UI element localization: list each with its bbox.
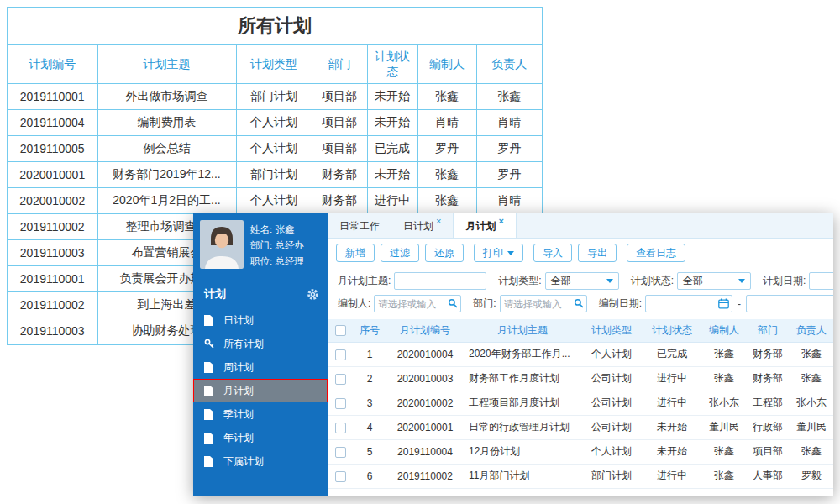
print-button[interactable]: 打印 xyxy=(474,244,523,262)
cell-owner-link[interactable]: 张鑫 xyxy=(790,366,833,391)
table-row[interactable]: 2019110005 例会总结 个人计划 项目部 已完成 罗丹 罗丹 xyxy=(8,135,542,161)
table-row[interactable]: 2 2020010003 财务部工作月度计划 公司计划 进行中 张鑫 财务部 张… xyxy=(328,366,833,391)
row-checkbox[interactable] xyxy=(335,471,346,482)
tab-close-icon[interactable]: × xyxy=(498,216,503,226)
sidebar-section-plan: 计划 xyxy=(193,283,328,305)
cell-no: 4 xyxy=(353,415,386,439)
cell-type: 公司计划 xyxy=(581,366,642,391)
table-row[interactable]: 2019110001 外出做市场调查 部门计划 项目部 未开始 张鑫 张鑫 xyxy=(8,83,542,109)
cell-creator-link[interactable]: 董川民 xyxy=(702,415,746,439)
cell-subject-link[interactable]: 财务部工作月度计划 xyxy=(464,366,581,391)
tab-label: 日计划 xyxy=(403,220,433,232)
table-row[interactable]: 6 2019110002 11月部门计划 部门计划 进行中 张鑫 人事部 罗毅 xyxy=(328,464,833,488)
view-log-button[interactable]: 查看日志 xyxy=(627,244,685,262)
cell-subject-link[interactable]: 11月部门计划 xyxy=(464,464,581,488)
row-checkbox[interactable] xyxy=(335,374,346,385)
row-checkbox[interactable] xyxy=(335,447,346,458)
cell-owner: 罗丹 xyxy=(476,135,542,161)
tab-daily-work[interactable]: 日常工作 xyxy=(328,213,391,238)
sidebar-item-all-plans[interactable]: 所有计划 xyxy=(193,332,328,355)
filter-button[interactable]: 过滤 xyxy=(381,244,419,262)
search-icon[interactable] xyxy=(448,298,458,308)
cell-dept: 财务部 xyxy=(312,187,367,213)
cell-no: 2 xyxy=(353,366,386,391)
row-checkbox[interactable] xyxy=(335,398,346,409)
cell-plan-id-link[interactable]: 2019110002 xyxy=(386,464,464,488)
row-checkbox[interactable] xyxy=(335,423,346,433)
cell-plan-id: 2020010001 xyxy=(8,161,97,187)
sidebar-item-label: 月计划 xyxy=(223,384,254,398)
cell-plan-id-link[interactable]: 2020010002 xyxy=(386,391,464,415)
tab-monthly-plan[interactable]: 月计划× xyxy=(453,213,516,238)
calendar-icon[interactable] xyxy=(718,298,729,309)
table-row[interactable]: 4 2020010001 日常的行政管理月计划 公司计划 未开始 董川民 行政部… xyxy=(328,415,833,439)
page-title: 所有计划 xyxy=(8,8,542,45)
cell-dept: 项目部 xyxy=(312,83,367,109)
cell-plan-id-link[interactable]: 2019110004 xyxy=(386,439,464,464)
cell-owner-link[interactable]: 张鑫 xyxy=(790,439,833,464)
sidebar-item-label: 周计划 xyxy=(223,360,254,375)
cell-type: 个人计划 xyxy=(236,187,312,213)
sidebar-item-monthly-plan[interactable]: 月计划 xyxy=(193,379,328,402)
cell-subject: 外出做市场调查 xyxy=(97,83,236,109)
cell-plan-id-link[interactable]: 2020010001 xyxy=(386,415,464,439)
cell-owner-link[interactable]: 张鑫 xyxy=(790,342,833,366)
select-all-checkbox[interactable] xyxy=(335,325,346,336)
cell-dept: 财务部 xyxy=(746,366,790,391)
cell-subject-link[interactable]: 日常的行政管理月计划 xyxy=(464,415,581,439)
col-dept: 部门 xyxy=(312,45,367,83)
profile-photo xyxy=(200,220,244,269)
cell-creator-link[interactable]: 张鑫 xyxy=(702,464,746,488)
cell-subject-link[interactable]: 12月份计划 xyxy=(464,439,581,464)
sidebar-item-daily-plan[interactable]: 日计划 xyxy=(193,308,328,332)
sidebar-item-label: 季计划 xyxy=(223,407,254,422)
plan-type-value: 全部 xyxy=(551,274,571,288)
cell-creator-link[interactable]: 张鑫 xyxy=(702,366,746,391)
add-button[interactable]: 新增 xyxy=(336,244,375,262)
profile-position: 职位: 总经理 xyxy=(250,254,304,270)
cell-owner: 罗丹 xyxy=(476,161,542,187)
plan-status-select[interactable]: 全部 xyxy=(677,272,751,290)
sidebar-item-quarterly-plan[interactable]: 季计划 xyxy=(193,402,328,426)
plan-date-input[interactable] xyxy=(809,272,833,290)
row-checkbox[interactable] xyxy=(335,349,346,360)
chevron-down-icon xyxy=(507,251,514,255)
cell-owner-link[interactable]: 董川民 xyxy=(790,415,833,439)
tab-daily-plan[interactable]: 日计划× xyxy=(391,213,453,238)
cell-subject-link[interactable]: 工程项目部月度计划 xyxy=(464,391,581,415)
cell-owner-link[interactable]: 罗毅 xyxy=(790,464,833,488)
plan-type-select[interactable]: 全部 xyxy=(545,272,619,290)
cell-owner-link[interactable]: 张小东 xyxy=(790,391,833,415)
gear-icon[interactable] xyxy=(307,288,319,301)
cell-plan-id-link[interactable]: 2020010004 xyxy=(386,342,464,366)
sidebar-menu: 日计划 所有计划 周计划 月计划 季计划 年计划 xyxy=(193,308,328,473)
dept-filter-label: 部门: xyxy=(473,297,496,311)
cell-creator-link[interactable]: 张鑫 xyxy=(702,342,746,366)
table-row[interactable]: 2020010001 财务部门2019年12... 部门计划 财务部 未开始 张… xyxy=(8,161,542,187)
table-row[interactable]: 2020010002 2020年1月2日的工... 个人计划 财务部 进行中 张… xyxy=(8,187,542,213)
cell-creator-link[interactable]: 张鑫 xyxy=(702,439,746,464)
sidebar-item-weekly-plan[interactable]: 周计划 xyxy=(193,355,328,379)
cell-status: 进行中 xyxy=(642,464,702,488)
sidebar-item-annual-plan[interactable]: 年计划 xyxy=(193,426,328,449)
col-owner: 负责人 xyxy=(476,45,542,83)
table-row[interactable]: 1 2020010004 2020年财务部工作月... 个人计划 已完成 张鑫 … xyxy=(328,342,833,366)
table-row[interactable]: 3 2020010002 工程项目部月度计划 公司计划 进行中 张小东 工程部 … xyxy=(328,391,833,415)
table-header-row: 计划编号 计划主题 计划类型 部门 计划状态 编制人 负责人 xyxy=(8,45,542,83)
create-date-end-input[interactable] xyxy=(746,295,833,312)
table-row[interactable]: 2019110004 编制费用表 个人计划 项目部 未开始 肖晴 肖晴 xyxy=(8,109,542,135)
import-button[interactable]: 导入 xyxy=(533,244,572,262)
sidebar-item-subordinate-plans[interactable]: 下属计划 xyxy=(193,449,328,473)
sidebar-item-label: 下属计划 xyxy=(223,454,264,469)
search-icon[interactable] xyxy=(574,298,584,308)
tab-close-icon[interactable]: × xyxy=(436,216,441,226)
reset-button[interactable]: 还原 xyxy=(425,244,464,262)
cell-subject-link[interactable]: 2020年财务部工作月... xyxy=(464,342,581,366)
col-type: 计划类型 xyxy=(236,45,312,83)
monthly-subject-input[interactable] xyxy=(394,272,486,290)
export-button[interactable]: 导出 xyxy=(578,244,617,262)
cell-creator-link[interactable]: 张小东 xyxy=(702,391,746,415)
cell-no: 6 xyxy=(353,464,386,488)
cell-plan-id-link[interactable]: 2020010003 xyxy=(386,366,464,391)
table-row[interactable]: 5 2019110004 12月份计划 个人计划 未开始 张鑫 项目部 张鑫 xyxy=(328,439,833,464)
